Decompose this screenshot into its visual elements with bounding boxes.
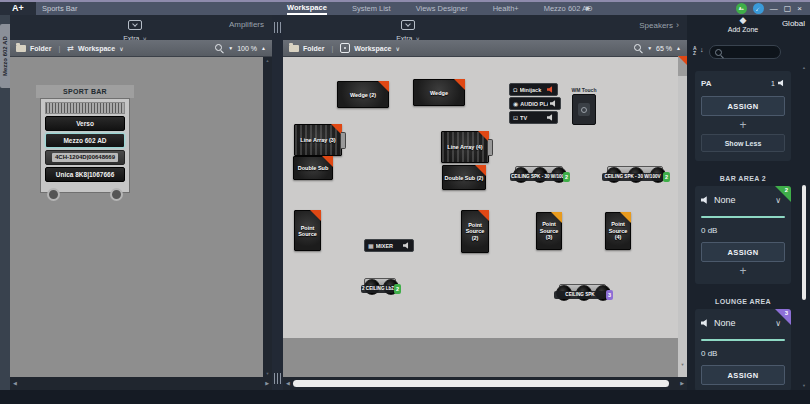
zoom-out-button[interactable]: ▼ [228, 45, 233, 51]
mixer-icon: ▦ [368, 243, 374, 249]
line-array-4[interactable]: Line Array (4) [441, 131, 489, 163]
item-label: Point Source [296, 224, 319, 237]
play-icon[interactable]: ▶ [586, 2, 591, 15]
line-array-3[interactable]: Line Array (3) [294, 124, 342, 156]
zone-badge: 3 [606, 290, 613, 300]
rack-body: VersoMezzo 602 AD4CH-1204D|00648669Unica… [40, 98, 130, 193]
speakers-title[interactable]: Speakers› [639, 20, 679, 30]
rack-unit-mezzo-602-ad[interactable]: Mezzo 602 AD [45, 133, 125, 148]
workspace-dropdown[interactable]: Workspace [78, 45, 115, 52]
scrollbar-thumb[interactable] [293, 380, 669, 387]
item-label: WM Touch [561, 87, 607, 93]
tab-sports-bar[interactable]: Sports Bar [42, 2, 77, 15]
zone-search-input[interactable] [709, 45, 781, 59]
mixer[interactable]: ▦MIXER [364, 239, 414, 252]
item-label: Wedge (2) [339, 91, 387, 98]
wedge-2[interactable]: Wedge (2) [337, 81, 389, 108]
amplifiers-canvas[interactable]: SPORT BAR VersoMezzo 602 AD4CH-1204D|006… [10, 57, 263, 377]
tab-system-list[interactable]: System List [352, 3, 391, 14]
zone-corner-badge [775, 309, 791, 325]
zone-source-select[interactable]: None∨ [701, 192, 785, 208]
splitter-grip[interactable] [274, 373, 281, 384]
ceiling-spk-30w-a[interactable]: CEILING SPK - 30 W/100V2 [510, 165, 568, 185]
scroll-right-icon[interactable]: ▶ [265, 377, 269, 390]
scroll-down-icon[interactable]: ▼ [801, 383, 807, 388]
zoom-in-button[interactable]: ▲ [676, 45, 681, 51]
maximize-button[interactable]: ▢ [784, 3, 792, 14]
folder-button[interactable]: Folder [303, 45, 324, 52]
amplifiers-vertical-scrollbar[interactable]: ▲ ▼ [263, 57, 272, 377]
scroll-up-icon[interactable]: ▲ [801, 65, 807, 70]
zone-level-slider[interactable] [701, 339, 785, 341]
scroll-left-icon[interactable]: ◀ [286, 377, 290, 390]
zoom-in-button[interactable]: ▲ [261, 45, 266, 51]
tv[interactable]: ⊡TV [509, 111, 558, 124]
assign-button[interactable]: ASSIGN [701, 365, 785, 385]
double-sub[interactable]: Double Sub [293, 156, 333, 180]
point-source[interactable]: Point Source [294, 210, 321, 251]
zoom-search-icon[interactable] [215, 44, 224, 53]
workspace-dropdown[interactable]: Workspace [354, 45, 391, 52]
speakers-canvas[interactable]: Wedge (2)WedgeLine Array (3)Line Array (… [283, 57, 678, 377]
share-icon[interactable] [753, 3, 764, 14]
double-sub-2[interactable]: Double Sub (2) [442, 165, 486, 190]
ceiling-spk[interactable]: CEILING SPK3 [554, 283, 611, 303]
point-source-3[interactable]: Point Source (3) [536, 212, 562, 250]
scroll-down-icon[interactable]: ▼ [678, 362, 687, 367]
wedge[interactable]: Wedge [413, 79, 465, 106]
zone-badge: 2 [394, 284, 401, 294]
armonia-badge-icon: A+ [736, 3, 747, 14]
minimize-button[interactable]: — [770, 3, 778, 14]
folder-icon [289, 45, 299, 52]
ceiling-lbz[interactable]: 2 CEILING LbZ2 [361, 277, 399, 299]
rack-sport-bar[interactable]: SPORT BAR VersoMezzo 602 AD4CH-1204D|006… [36, 85, 134, 193]
point-source-2[interactable]: Point Source (2) [461, 210, 489, 253]
amplifiers-horizontal-scrollbar[interactable]: ◀ ▶ [10, 377, 272, 390]
zone-source-select[interactable]: None∨ [701, 315, 785, 331]
wm-touch[interactable]: WM Touch [572, 94, 596, 125]
scroll-left-icon[interactable]: ◀ [13, 377, 17, 390]
unassigned-corner-badge [322, 156, 333, 167]
unassigned-corner-badge [475, 165, 486, 176]
folder-button[interactable]: Folder [30, 45, 51, 52]
rack-vent [45, 102, 125, 114]
add-zone-button[interactable]: ◆ Add Zone [717, 15, 769, 34]
add-button[interactable]: + [701, 264, 785, 278]
zone-level-slider[interactable] [701, 216, 785, 218]
side-tab-mezzo-602-ad[interactable]: Mezzo 602 AD [0, 24, 10, 88]
zoom-search-icon[interactable] [634, 44, 643, 53]
headphones-icon: Ω [513, 87, 518, 93]
sort-icon[interactable]: A Z ↓ [693, 46, 701, 56]
point-source-4[interactable]: Point Source (4) [605, 212, 631, 250]
rack-unit-verso[interactable]: Verso [45, 116, 125, 131]
rack-caster [110, 188, 123, 201]
scroll-up-icon[interactable]: ▲ [263, 58, 272, 63]
tab-workspace[interactable]: Workspace [287, 2, 327, 15]
speakers-horizontal-scrollbar[interactable]: ◀ ▶ [283, 377, 687, 390]
rack-name: SPORT BAR [36, 85, 134, 98]
speakers-vertical-scrollbar[interactable]: ▲ ▼ [678, 57, 687, 377]
scrollbar-thumb[interactable] [802, 185, 806, 300]
scroll-down-icon[interactable]: ▼ [263, 371, 272, 376]
zones-scrollbar[interactable]: ▲ ▼ [801, 65, 807, 390]
audio-player[interactable]: ◉AUDIO PLA... [509, 97, 561, 110]
rack-unit-4ch-1204d-00648669[interactable]: 4CH-1204D|00648669 [45, 150, 125, 165]
speakers-subheader: Extra∨ Speakers› [283, 15, 687, 40]
tab-health[interactable]: Health+ [493, 3, 519, 14]
add-button[interactable]: + [701, 118, 785, 132]
panel-splitter[interactable] [272, 15, 283, 390]
tv-icon: ⊡ [513, 115, 518, 121]
ceiling-spk-30w-b[interactable]: CEILING SPK - 30 W/100V2 [602, 165, 668, 185]
add-zone-diamond-icon: ◆ [717, 15, 769, 25]
assign-button[interactable]: ASSIGN [701, 242, 785, 262]
zoom-out-button[interactable]: ▼ [647, 45, 652, 51]
show-less-button[interactable]: Show Less [701, 134, 785, 152]
tab-views-designer[interactable]: Views Designer [416, 3, 468, 14]
assign-button[interactable]: ASSIGN [701, 96, 785, 116]
close-button[interactable]: × [797, 3, 802, 14]
window-buttons: A+ — ▢ × [736, 3, 802, 14]
minijack[interactable]: ΩMinijack [509, 83, 558, 96]
scroll-right-icon[interactable]: ▶ [680, 377, 684, 390]
splitter-grip[interactable] [274, 22, 281, 33]
rack-unit-unica-8k8-1067666[interactable]: Unica 8K8|1067666 [45, 167, 125, 182]
